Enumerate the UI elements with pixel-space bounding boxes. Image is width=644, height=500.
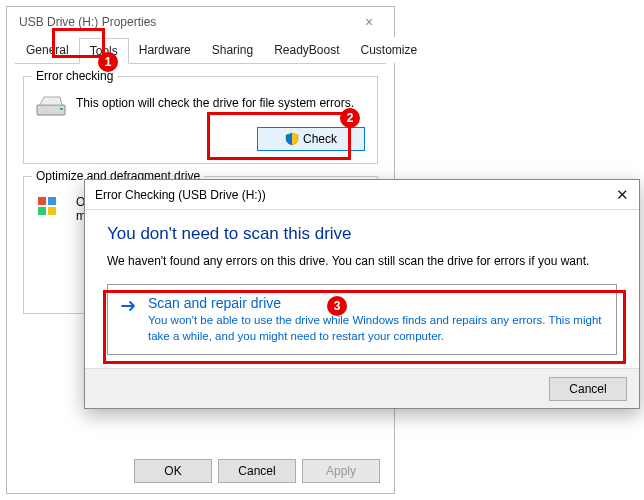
- tab-readyboost[interactable]: ReadyBoost: [263, 37, 350, 63]
- close-icon[interactable]: ×: [352, 14, 386, 30]
- check-button-label: Check: [303, 132, 337, 146]
- dialog-title: Error Checking (USB Drive (H:)): [95, 188, 599, 202]
- dialog-cancel-button[interactable]: Cancel: [549, 377, 627, 401]
- svg-rect-3: [48, 197, 56, 205]
- check-button[interactable]: Check: [257, 127, 365, 151]
- svg-rect-1: [60, 108, 63, 110]
- dialog-heading: You don't need to scan this drive: [107, 224, 617, 244]
- dialog-titlebar: Error Checking (USB Drive (H:)) ✕: [85, 180, 639, 210]
- scan-repair-title: Scan and repair drive: [148, 295, 602, 311]
- scan-repair-action[interactable]: Scan and repair drive You won't be able …: [107, 284, 617, 355]
- svg-rect-5: [48, 207, 56, 215]
- scan-repair-desc: You won't be able to use the drive while…: [148, 313, 602, 344]
- properties-titlebar: USB Drive (H:) Properties ×: [7, 7, 394, 37]
- close-icon[interactable]: ✕: [599, 186, 629, 204]
- error-checking-legend: Error checking: [32, 69, 117, 83]
- properties-title: USB Drive (H:) Properties: [15, 15, 352, 29]
- error-checking-dialog: Error Checking (USB Drive (H:)) ✕ You do…: [84, 179, 640, 409]
- error-checking-text: This option will check the drive for fil…: [76, 95, 365, 111]
- ok-button[interactable]: OK: [134, 459, 212, 483]
- tab-general[interactable]: General: [15, 37, 80, 63]
- svg-rect-4: [38, 207, 46, 215]
- shield-icon: [285, 132, 299, 146]
- apply-button[interactable]: Apply: [302, 459, 380, 483]
- svg-rect-2: [38, 197, 46, 205]
- properties-buttons: OK Cancel Apply: [134, 459, 380, 483]
- defrag-icon: [36, 195, 66, 223]
- drive-icon: [36, 95, 66, 119]
- cancel-button[interactable]: Cancel: [218, 459, 296, 483]
- tab-tools[interactable]: Tools: [79, 38, 129, 64]
- tab-customize[interactable]: Customize: [350, 37, 429, 63]
- tab-hardware[interactable]: Hardware: [128, 37, 202, 63]
- dialog-message: We haven't found any errors on this driv…: [107, 254, 617, 268]
- tab-sharing[interactable]: Sharing: [201, 37, 264, 63]
- tabs-row: General Tools Hardware Sharing ReadyBoos…: [15, 37, 386, 64]
- arrow-right-icon: [120, 297, 138, 315]
- dialog-footer: Cancel: [85, 368, 639, 408]
- error-checking-group: Error checking This option will check th…: [23, 76, 378, 164]
